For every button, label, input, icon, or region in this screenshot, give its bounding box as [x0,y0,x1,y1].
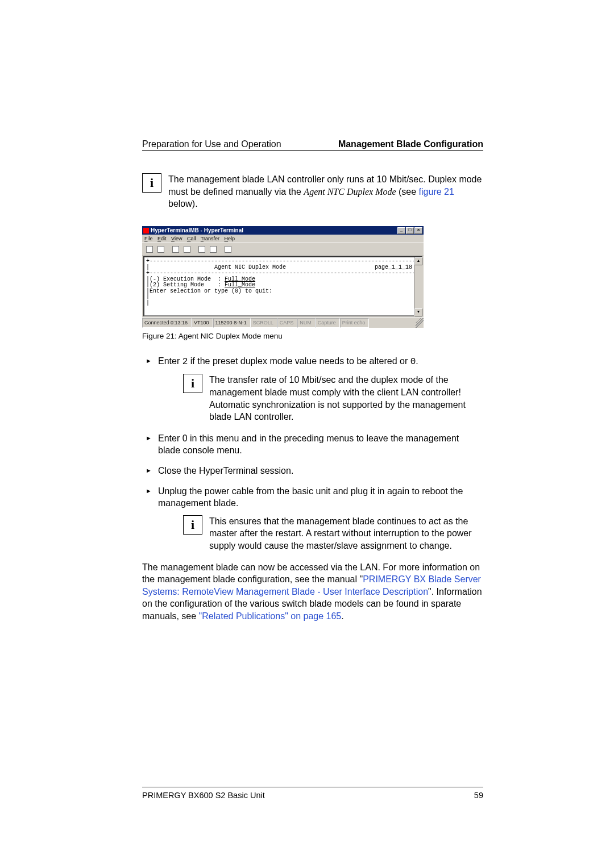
step-enter-2: Enter 2 if the preset duplex mode value … [142,355,483,423]
step-list: Enter 2 if the preset duplex mode value … [142,355,483,552]
status-connected: Connected 0:13:16 [142,318,192,327]
menu-view[interactable]: View [171,236,182,241]
close-button[interactable]: × [414,227,422,234]
term-row2-pre: |(2) Setting Mode : [146,282,225,288]
window-titlebar: HyperTerminalMB - HyperTerminal _ □ × [142,226,424,235]
info-note-3: This ensures that the management blade c… [183,515,483,552]
step-unplug: Unplug the power cable from the basic un… [142,485,483,552]
info-duplex-italic: Agent NTC Duplex Mode [304,187,396,197]
term-row1-pre: |(-) Execution Mode : [146,276,225,282]
tb-disconnect-icon[interactable] [182,244,192,254]
status-echo: Print echo [340,318,370,327]
status-baud: 115200 8-N-1 [213,318,251,327]
term-title: Agent NIC Duplex Mode [214,264,286,270]
scroll-up-icon[interactable]: ▲ [414,257,422,265]
window-title: HyperTerminalMB - HyperTerminal [151,227,243,235]
app-icon [143,228,149,233]
info-text-c: below). [168,199,198,208]
b1-zero: 0 [410,357,416,367]
status-num: NUM [297,318,316,327]
footer-rule [142,787,483,787]
term-blank1: | [146,294,150,300]
status-capture: Capture [316,318,340,327]
header-left: Preparation for Use and Operation [142,139,281,149]
menu-file[interactable]: File [144,236,153,241]
closing-c: . [341,611,343,621]
info-text-3: This ensures that the management blade c… [209,515,483,552]
related-publications-link[interactable]: "Related Publications" on page 165 [199,611,342,621]
terminal-body: +---------------------------------------… [142,256,424,318]
step-enter-0: Enter 0 in this menu and in the precedin… [142,432,483,457]
b1-c: . [416,356,418,366]
tb-send-icon[interactable] [197,244,207,254]
document-page: Preparation for Use and Operation Manage… [0,0,614,868]
tb-connect-icon[interactable] [171,244,181,254]
step-close-session: Close the HyperTerminal session. [142,465,483,477]
b1-b: if the preset duplex mode value needs to… [188,356,410,366]
footer-page-number: 59 [474,791,483,800]
menu-call[interactable]: Call [187,236,196,241]
page-header: Preparation for Use and Operation Manage… [142,139,483,149]
status-bar: Connected 0:13:16 VT100 115200 8-N-1 SCR… [142,318,424,327]
term-title-mid [286,264,375,270]
term-title-pre: | [146,264,214,270]
terminal-screen[interactable]: +---------------------------------------… [143,256,422,316]
menu-bar: File Edit View Call Transfer Help [142,235,424,243]
maximize-button[interactable]: □ [406,227,414,234]
header-rule [142,150,483,151]
term-prompt: |Enter selection or type (0) to quit: [146,288,272,294]
page-content: The management blade LAN controller only… [142,173,483,622]
tb-open-icon[interactable] [156,244,166,254]
page-footer: PRIMERGY BX600 S2 Basic Unit 59 [142,787,483,800]
footer-left: PRIMERGY BX600 S2 Basic Unit [142,791,265,800]
term-row2-val: Full_Mode [225,282,255,288]
b1-two: 2 [182,357,188,367]
status-caps: CAPS [277,318,298,327]
figure-caption: Figure 21: Agent NIC Duplex Mode menu [142,331,483,341]
info-note-2: The transfer rate of 10 Mbit/sec and the… [183,374,483,423]
term-border-mid: +---------------------------------------… [146,270,419,276]
closing-paragraph: The management blade can now be accessed… [142,561,483,623]
resize-grip-icon[interactable] [416,318,424,327]
header-right: Management Blade Configuration [338,139,483,149]
info-note: The management blade LAN controller only… [142,173,483,210]
term-page: page_1_1_18 [375,264,412,270]
toolbar [142,243,424,256]
info-icon [183,515,202,535]
tb-receive-icon[interactable] [208,244,218,254]
menu-help[interactable]: Help [225,236,235,241]
menu-edit[interactable]: Edit [157,236,167,241]
hyperterminal-window: HyperTerminalMB - HyperTerminal _ □ × Fi… [142,226,424,328]
status-scroll: SCROLL [251,318,277,327]
menu-transfer[interactable]: Transfer [201,236,219,241]
info-icon [142,173,161,193]
scroll-down-icon[interactable]: ▼ [414,308,422,316]
term-border-top: +---------------------------------------… [146,258,419,264]
b1-a: Enter [158,356,182,366]
term-blank2: | [146,300,150,306]
b4-text: Unplug the power cable from the basic un… [158,486,463,508]
status-term: VT100 [192,318,213,327]
figure-link[interactable]: figure 21 [419,187,454,197]
info-icon [183,374,202,393]
minimize-button[interactable]: _ [397,227,405,234]
window-controls: _ □ × [397,227,422,234]
tb-properties-icon[interactable] [223,244,233,254]
term-row1-val: Full_Mode [225,276,255,282]
info-text-2: The transfer rate of 10 Mbit/sec and the… [209,374,483,423]
info-text-b: (see [396,187,419,197]
tb-new-icon[interactable] [144,244,155,254]
info-text: The management blade LAN controller only… [168,173,483,210]
scrollbar[interactable]: ▲ ▼ [414,257,422,316]
